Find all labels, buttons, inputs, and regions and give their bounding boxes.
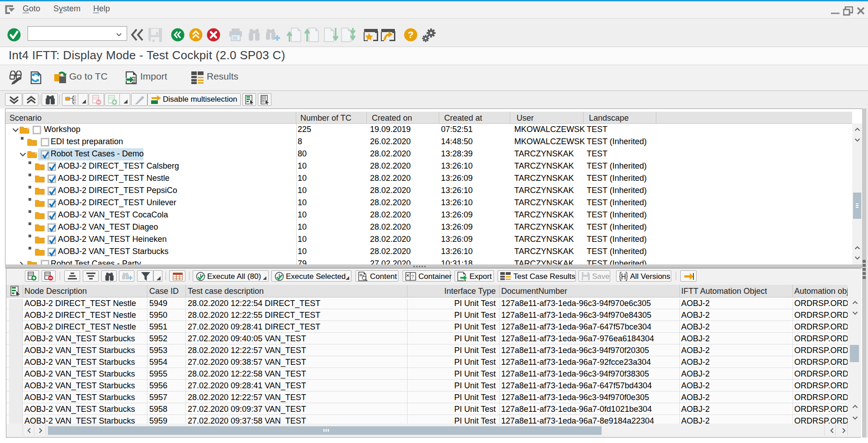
svg-text:?: ? [411,274,414,279]
svg-text:?: ? [408,29,414,40]
